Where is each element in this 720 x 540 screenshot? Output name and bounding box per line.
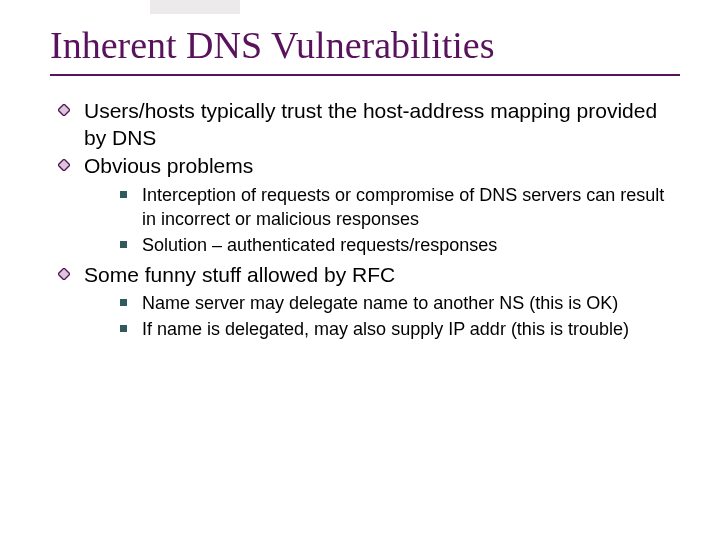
svg-marker-1 — [58, 159, 70, 171]
svg-marker-2 — [58, 268, 70, 280]
list-item: Solution – authenticated requests/respon… — [120, 234, 670, 258]
diamond-bullet-icon — [58, 104, 70, 116]
list-item: Users/hosts typically trust the host-add… — [58, 98, 670, 152]
slide-title: Inherent DNS Vulnerabilities — [50, 24, 680, 68]
title-block: Inherent DNS Vulnerabilities — [40, 24, 680, 76]
bullet-text: Solution – authenticated requests/respon… — [142, 235, 497, 255]
slide: Inherent DNS Vulnerabilities Users/hosts… — [0, 0, 720, 540]
diamond-bullet-icon — [58, 268, 70, 280]
bullet-text: Obvious problems — [84, 154, 253, 177]
list-item: Some funny stuff allowed by RFC Name ser… — [58, 262, 670, 342]
diamond-bullet-icon — [58, 159, 70, 171]
square-bullet-icon — [120, 191, 127, 198]
square-bullet-icon — [120, 299, 127, 306]
decorative-tab — [150, 0, 240, 14]
bullet-text: Some funny stuff allowed by RFC — [84, 263, 395, 286]
list-item: Name server may delegate name to another… — [120, 292, 670, 316]
sub-bullet-list: Interception of requests or compromise o… — [84, 184, 670, 257]
square-bullet-icon — [120, 241, 127, 248]
bullet-list: Users/hosts typically trust the host-add… — [40, 98, 680, 342]
list-item: Obvious problems Interception of request… — [58, 153, 670, 257]
svg-marker-0 — [58, 104, 70, 116]
square-bullet-icon — [120, 325, 127, 332]
sub-bullet-list: Name server may delegate name to another… — [84, 292, 670, 342]
title-underline — [50, 74, 680, 76]
list-item: If name is delegated, may also supply IP… — [120, 318, 670, 342]
bullet-text: If name is delegated, may also supply IP… — [142, 319, 629, 339]
bullet-text: Interception of requests or compromise o… — [142, 185, 664, 229]
list-item: Interception of requests or compromise o… — [120, 184, 670, 232]
bullet-text: Name server may delegate name to another… — [142, 293, 618, 313]
bullet-text: Users/hosts typically trust the host-add… — [84, 99, 657, 149]
